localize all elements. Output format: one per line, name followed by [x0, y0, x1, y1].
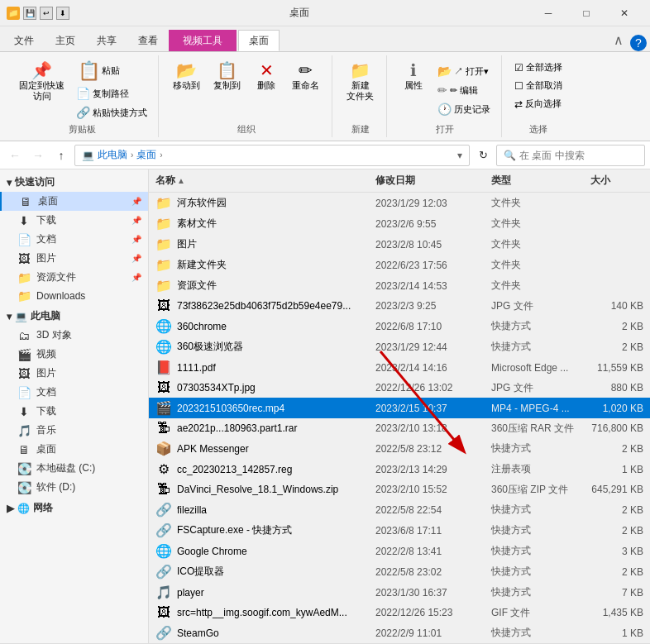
- move-to-button[interactable]: 📂 移动到: [167, 59, 206, 94]
- file-size-cell: 1 KB: [584, 462, 650, 477]
- file-row[interactable]: 📁 资源文件 2023/2/14 14:53 文件夹: [149, 275, 650, 296]
- paste-button[interactable]: 📋 粘贴: [72, 59, 151, 83]
- search-input[interactable]: [519, 150, 643, 161]
- col-header-type[interactable]: 类型: [485, 171, 584, 190]
- undo-button[interactable]: ↩: [40, 7, 53, 20]
- file-row[interactable]: 🖼 src=http__img.soogif.com_kywAedM... 20…: [149, 603, 650, 623]
- sidebar-item-desktop[interactable]: 🖥 桌面 📌: [0, 192, 148, 211]
- tab-view[interactable]: 查看: [127, 30, 169, 51]
- cancel-all-button[interactable]: ☐ 全部取消: [510, 77, 566, 94]
- back-button[interactable]: ←: [5, 145, 25, 165]
- up-button[interactable]: ↑: [51, 145, 71, 165]
- file-list[interactable]: 📁 河东软件园 2023/1/29 12:03 文件夹 📁 素材文件 2023/…: [149, 193, 650, 643]
- ribbon-collapse-button[interactable]: ∧: [610, 29, 627, 51]
- sidebar-item-documents[interactable]: 📄 文档 📌: [0, 230, 148, 249]
- paste-shortcut-button[interactable]: 🔗 粘贴快捷方式: [72, 103, 151, 122]
- this-pc-header[interactable]: ▾ 💻 此电脑: [0, 307, 148, 326]
- sidebar-item-music[interactable]: 🎵 音乐: [0, 421, 148, 440]
- sidebar-item-video[interactable]: 🎬 视频: [0, 345, 148, 364]
- quick-access-header[interactable]: ▾ 快速访问: [0, 173, 148, 192]
- properties-button[interactable]: ℹ 属性: [395, 59, 432, 94]
- file-name: 新建文件夹: [177, 258, 227, 272]
- close-button[interactable]: ✕: [605, 0, 643, 26]
- file-row[interactable]: 🔗 FSCapture.exe - 快捷方式 2023/6/8 17:11 快捷…: [149, 520, 650, 541]
- col-header-date[interactable]: 修改日期: [369, 171, 485, 190]
- file-row[interactable]: 🌐 360chrome 2022/6/8 17:10 快捷方式 2 KB: [149, 316, 650, 336]
- sidebar-item-pictures2[interactable]: 🖼 图片: [0, 364, 148, 383]
- file-row[interactable]: 📦 APK Messenger 2022/5/8 23:12 快捷方式 2 KB: [149, 438, 650, 459]
- save-button[interactable]: 💾: [23, 7, 36, 20]
- sidebar-item-resources[interactable]: 📁 资源文件 📌: [0, 268, 148, 287]
- ribbon: 文件 主页 共享 查看 视频工具 桌面 ∧ ? 📌 固定到快速 访问 📋 粘贴: [0, 26, 650, 141]
- file-row[interactable]: 🖼 73f38623e25db4063f75d2b59e4ee79... 202…: [149, 296, 650, 316]
- file-date-cell: 2023/2/8 10:45: [369, 237, 485, 252]
- open-button[interactable]: 📂 ↗ 打开▾: [433, 62, 495, 80]
- file-size-cell: [584, 243, 650, 246]
- forward-button[interactable]: →: [28, 145, 48, 165]
- file-row[interactable]: 🔗 filezilla 2022/5/8 22:54 快捷方式 2 KB: [149, 499, 650, 520]
- file-row[interactable]: ⚙ cc_20230213_142857.reg 2023/2/13 14:29…: [149, 459, 650, 479]
- file-row[interactable]: 🌐 Google Chrome 2022/2/8 13:41 快捷方式 3 KB: [149, 541, 650, 561]
- minimize-button[interactable]: ─: [529, 0, 567, 26]
- pictures-icon: 🖼: [17, 252, 31, 265]
- file-row[interactable]: 🗜 DaVinci_Resolve_18.1_Windows.zip 2023/…: [149, 479, 650, 499]
- tab-videotool[interactable]: 视频工具: [169, 30, 237, 51]
- address-bar[interactable]: 💻 此电脑 › 桌面 › ▾: [74, 145, 470, 166]
- invert-selection-button[interactable]: ⇄ 反向选择: [510, 95, 566, 112]
- sidebar-item-3d[interactable]: 🗂 3D 对象: [0, 326, 148, 345]
- sidebar-item-downloads3[interactable]: ⬇ 下载: [0, 402, 148, 421]
- rename-button[interactable]: ✏ 重命名: [286, 59, 325, 94]
- redo-button[interactable]: ⬇: [56, 7, 69, 20]
- file-row[interactable]: 📁 河东软件园 2023/1/29 12:03 文件夹: [149, 193, 650, 213]
- copy-to-button[interactable]: 📋 复制到: [208, 59, 246, 94]
- file-row[interactable]: 🔗 ICO提取器 2022/5/8 23:02 快捷方式 2 KB: [149, 561, 650, 582]
- sidebar-item-downloads[interactable]: ⬇ 下载 📌: [0, 211, 148, 230]
- file-row[interactable]: 🗜 ae2021p...180963.part1.rar 2023/2/10 1…: [149, 418, 650, 438]
- tab-desktop[interactable]: 桌面: [238, 30, 280, 51]
- new-folder-button[interactable]: 📁 新建 文件夹: [341, 59, 380, 105]
- col-header-size[interactable]: 大小: [584, 171, 650, 190]
- video-label: 视频: [36, 347, 141, 361]
- refresh-button[interactable]: ↻: [473, 145, 493, 165]
- file-type-cell: 快捷方式: [485, 440, 584, 457]
- sidebar-item-desktop2[interactable]: 🖥 桌面: [0, 440, 148, 459]
- history-button[interactable]: 🕐 历史记录: [433, 100, 495, 118]
- file-row[interactable]: 📕 1111.pdf 2023/2/14 14:16 Microsoft Edg…: [149, 357, 650, 378]
- chevron-icon: ▾: [7, 177, 12, 188]
- network-header[interactable]: ▶ 🌐 网络: [0, 499, 148, 518]
- address-dropdown-button[interactable]: ▾: [457, 150, 462, 161]
- tab-share[interactable]: 共享: [86, 30, 127, 51]
- edit-button[interactable]: ✏ ✏ 编辑: [433, 81, 495, 99]
- file-row[interactable]: 🎬 2023215103650rec.mp4 2023/2/15 10:37 M…: [149, 398, 650, 418]
- delete-button[interactable]: ✕ 删除: [248, 59, 284, 94]
- file-name-cell: ⚙ cc_20230213_142857.reg: [149, 460, 369, 479]
- pin-to-quickaccess-button[interactable]: 📌 固定到快速 访问: [13, 59, 70, 105]
- documents2-label: 文档: [36, 385, 141, 399]
- tab-home[interactable]: 主页: [45, 30, 86, 51]
- file-row[interactable]: 🔗 SteamGo 2022/2/9 11:01 快捷方式 1 KB: [149, 623, 650, 643]
- maximize-button[interactable]: □: [567, 0, 605, 26]
- search-bar[interactable]: 🔍: [496, 145, 645, 166]
- sidebar-item-documents2[interactable]: 📄 文档: [0, 383, 148, 402]
- file-row[interactable]: 🌐 360极速浏览器 2023/1/29 12:44 快捷方式 2 KB: [149, 336, 650, 357]
- help-button[interactable]: ?: [630, 35, 647, 51]
- file-size-cell: 716,800 KB: [584, 421, 650, 436]
- file-size-cell: [584, 202, 650, 205]
- file-date-cell: 2023/2/15 10:37: [369, 401, 485, 416]
- select-all-button[interactable]: ☑ 全部选择: [510, 59, 566, 76]
- path-segment-desktop[interactable]: 桌面: [136, 148, 156, 162]
- moveto-label: 移动到: [173, 80, 200, 91]
- file-row[interactable]: 🎵 player 2023/1/30 16:37 快捷方式 7 KB: [149, 582, 650, 603]
- copy-path-button[interactable]: 📄 复制路径: [72, 84, 151, 103]
- sidebar-item-soft-disk[interactable]: 💽 软件 (D:): [0, 478, 148, 497]
- file-row[interactable]: 📁 图片 2023/2/8 10:45 文件夹: [149, 234, 650, 255]
- sidebar-item-downloads2[interactable]: 📁 Downloads: [0, 287, 148, 305]
- file-row[interactable]: 📁 新建文件夹 2022/6/23 17:56 文件夹: [149, 255, 650, 275]
- file-row[interactable]: 📁 素材文件 2023/2/6 9:55 文件夹: [149, 213, 650, 234]
- tab-file[interactable]: 文件: [3, 30, 45, 51]
- file-row[interactable]: 🖼 07303534XTp.jpg 2022/12/26 13:02 JPG 文…: [149, 378, 650, 398]
- sidebar-item-pictures[interactable]: 🖼 图片 📌: [0, 249, 148, 268]
- sidebar-item-local-disk[interactable]: 💽 本地磁盘 (C:): [0, 459, 148, 478]
- path-segment-computer[interactable]: 此电脑: [98, 148, 127, 162]
- col-header-name[interactable]: 名称 ▲: [149, 171, 369, 190]
